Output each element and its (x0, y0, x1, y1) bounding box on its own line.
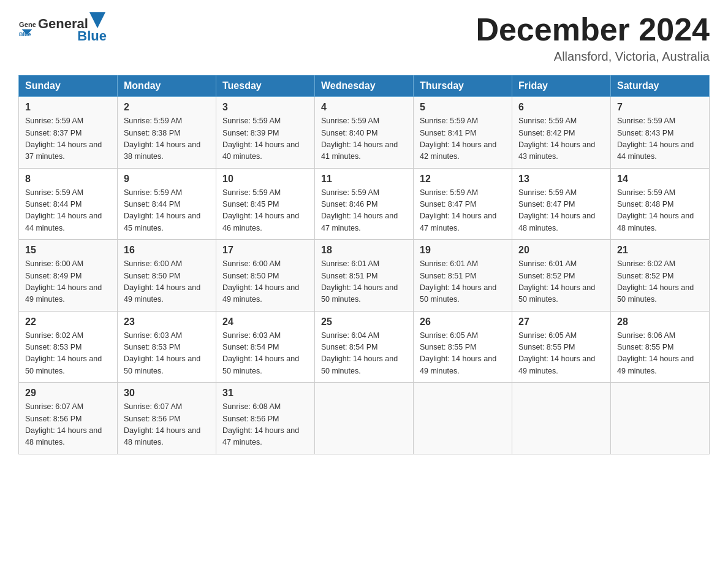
table-row: 25 Sunrise: 6:04 AM Sunset: 8:54 PM Dayl… (315, 311, 414, 383)
sunset-label: Sunset: 8:55 PM (518, 343, 575, 351)
daylight-label: Daylight: 14 hours and 47 minutes. (321, 212, 398, 232)
daylight-label: Daylight: 14 hours and 44 minutes. (25, 212, 102, 232)
header-sunday: Sunday (19, 75, 118, 97)
logo-blue-text: Blue (77, 28, 107, 44)
day-number: 18 (321, 245, 407, 256)
day-number: 20 (518, 245, 604, 256)
daylight-label: Daylight: 14 hours and 50 minutes. (25, 354, 102, 375)
title-area: December 2024 Allansford, Victoria, Aust… (476, 12, 710, 64)
daylight-label: Daylight: 14 hours and 50 minutes. (222, 354, 299, 375)
sunset-label: Sunset: 8:39 PM (222, 129, 279, 137)
day-info: Sunrise: 6:01 AM Sunset: 8:52 PM Dayligh… (518, 258, 604, 306)
table-row: 17 Sunrise: 6:00 AM Sunset: 8:50 PM Dayl… (216, 240, 315, 312)
sunset-label: Sunset: 8:54 PM (321, 343, 377, 351)
location-subtitle: Allansford, Victoria, Australia (476, 50, 710, 64)
logo-triangle-icon (89, 12, 105, 28)
daylight-label: Daylight: 14 hours and 44 minutes. (617, 140, 694, 161)
logo-icon: General Blue (18, 20, 36, 37)
day-info: Sunrise: 6:07 AM Sunset: 8:56 PM Dayligh… (124, 401, 210, 449)
table-row: 27 Sunrise: 6:05 AM Sunset: 8:55 PM Dayl… (512, 311, 611, 383)
day-number: 23 (124, 316, 210, 327)
sunset-label: Sunset: 8:48 PM (617, 200, 673, 209)
daylight-label: Daylight: 14 hours and 50 minutes. (617, 283, 694, 304)
day-number: 14 (617, 174, 703, 185)
day-number: 4 (321, 102, 407, 113)
day-number: 31 (222, 388, 308, 399)
sunset-label: Sunset: 8:53 PM (25, 343, 82, 351)
table-row: 1 Sunrise: 5:59 AM Sunset: 8:37 PM Dayli… (19, 97, 118, 169)
sunrise-label: Sunrise: 5:59 AM (124, 188, 182, 197)
sunset-label: Sunset: 8:47 PM (420, 200, 476, 209)
sunset-label: Sunset: 8:54 PM (222, 343, 279, 351)
table-row: 29 Sunrise: 6:07 AM Sunset: 8:56 PM Dayl… (19, 383, 118, 454)
sunset-label: Sunset: 8:47 PM (518, 200, 575, 209)
daylight-label: Daylight: 14 hours and 48 minutes. (617, 212, 694, 232)
day-number: 29 (25, 388, 111, 399)
table-row: 4 Sunrise: 5:59 AM Sunset: 8:40 PM Dayli… (315, 97, 414, 169)
table-row: 21 Sunrise: 6:02 AM Sunset: 8:52 PM Dayl… (611, 240, 710, 312)
sunset-label: Sunset: 8:45 PM (222, 200, 279, 209)
table-row: 5 Sunrise: 5:59 AM Sunset: 8:41 PM Dayli… (414, 97, 512, 169)
day-info: Sunrise: 5:59 AM Sunset: 8:40 PM Dayligh… (321, 115, 407, 163)
table-row: 26 Sunrise: 6:05 AM Sunset: 8:55 PM Dayl… (414, 311, 512, 383)
sunset-label: Sunset: 8:50 PM (222, 272, 279, 280)
table-row: 24 Sunrise: 6:03 AM Sunset: 8:54 PM Dayl… (216, 311, 315, 383)
sunset-label: Sunset: 8:44 PM (25, 200, 82, 209)
daylight-label: Daylight: 14 hours and 49 minutes. (420, 354, 496, 375)
sunset-label: Sunset: 8:46 PM (321, 200, 377, 209)
sunrise-label: Sunrise: 5:59 AM (617, 188, 675, 197)
day-number: 27 (518, 316, 604, 327)
day-number: 13 (518, 174, 604, 185)
svg-text:General: General (19, 21, 36, 28)
svg-text:Blue: Blue (19, 31, 31, 37)
sunrise-label: Sunrise: 5:59 AM (420, 188, 478, 197)
day-info: Sunrise: 5:59 AM Sunset: 8:48 PM Dayligh… (617, 187, 703, 235)
day-number: 8 (25, 174, 111, 185)
day-number: 21 (617, 245, 703, 256)
sunset-label: Sunset: 8:55 PM (420, 343, 476, 351)
table-row: 30 Sunrise: 6:07 AM Sunset: 8:56 PM Dayl… (118, 383, 216, 454)
day-number: 11 (321, 174, 407, 185)
day-info: Sunrise: 5:59 AM Sunset: 8:47 PM Dayligh… (518, 187, 604, 235)
calendar-table: Sunday Monday Tuesday Wednesday Thursday… (18, 75, 710, 454)
daylight-label: Daylight: 14 hours and 49 minutes. (222, 283, 299, 304)
day-number: 25 (321, 316, 407, 327)
day-info: Sunrise: 6:05 AM Sunset: 8:55 PM Dayligh… (420, 330, 506, 378)
table-row: 19 Sunrise: 6:01 AM Sunset: 8:51 PM Dayl… (414, 240, 512, 312)
table-row: 11 Sunrise: 5:59 AM Sunset: 8:46 PM Dayl… (315, 168, 414, 240)
day-number: 16 (124, 245, 210, 256)
daylight-label: Daylight: 14 hours and 46 minutes. (222, 212, 299, 232)
daylight-label: Daylight: 14 hours and 50 minutes. (124, 354, 200, 375)
header-saturday: Saturday (611, 75, 710, 97)
sunrise-label: Sunrise: 6:03 AM (124, 331, 182, 340)
day-info: Sunrise: 5:59 AM Sunset: 8:46 PM Dayligh… (321, 187, 407, 235)
sunset-label: Sunset: 8:56 PM (222, 415, 279, 423)
day-info: Sunrise: 6:00 AM Sunset: 8:50 PM Dayligh… (124, 258, 210, 306)
day-info: Sunrise: 6:03 AM Sunset: 8:53 PM Dayligh… (124, 330, 210, 378)
sunrise-label: Sunrise: 5:59 AM (124, 117, 182, 125)
day-info: Sunrise: 5:59 AM Sunset: 8:41 PM Dayligh… (420, 115, 506, 163)
week-row-5: 29 Sunrise: 6:07 AM Sunset: 8:56 PM Dayl… (19, 383, 710, 454)
table-row: 28 Sunrise: 6:06 AM Sunset: 8:55 PM Dayl… (611, 311, 710, 383)
sunrise-label: Sunrise: 6:01 AM (518, 259, 577, 268)
table-row (611, 383, 710, 454)
table-row: 15 Sunrise: 6:00 AM Sunset: 8:49 PM Dayl… (19, 240, 118, 312)
day-number: 9 (124, 174, 210, 185)
table-row: 31 Sunrise: 6:08 AM Sunset: 8:56 PM Dayl… (216, 383, 315, 454)
logo: General Blue General Blue (18, 12, 107, 44)
sunrise-label: Sunrise: 6:00 AM (222, 259, 281, 268)
daylight-label: Daylight: 14 hours and 49 minutes. (617, 354, 694, 375)
sunrise-label: Sunrise: 5:59 AM (321, 117, 379, 125)
daylight-label: Daylight: 14 hours and 41 minutes. (321, 140, 398, 161)
day-number: 10 (222, 174, 308, 185)
day-info: Sunrise: 5:59 AM Sunset: 8:43 PM Dayligh… (617, 115, 703, 163)
table-row: 2 Sunrise: 5:59 AM Sunset: 8:38 PM Dayli… (118, 97, 216, 169)
week-row-4: 22 Sunrise: 6:02 AM Sunset: 8:53 PM Dayl… (19, 311, 710, 383)
day-number: 28 (617, 316, 703, 327)
sunset-label: Sunset: 8:51 PM (321, 272, 377, 280)
daylight-label: Daylight: 14 hours and 42 minutes. (420, 140, 496, 161)
day-headers-row: Sunday Monday Tuesday Wednesday Thursday… (19, 75, 710, 97)
daylight-label: Daylight: 14 hours and 47 minutes. (420, 212, 496, 232)
daylight-label: Daylight: 14 hours and 49 minutes. (25, 283, 102, 304)
table-row: 13 Sunrise: 5:59 AM Sunset: 8:47 PM Dayl… (512, 168, 611, 240)
